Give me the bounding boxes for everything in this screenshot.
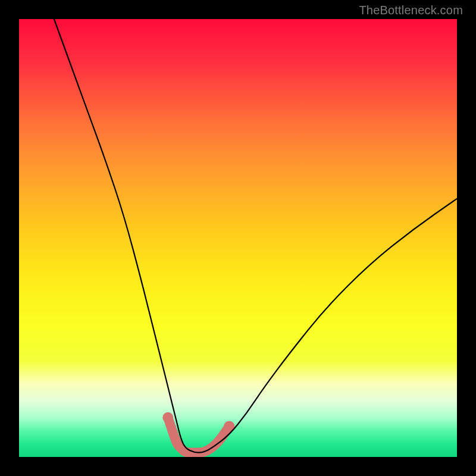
bottleneck-curve [54, 19, 457, 453]
plot-area [19, 19, 457, 457]
optimal-zone-overlay [162, 412, 234, 453]
watermark-text: TheBottleneck.com [359, 4, 463, 17]
chart-svg [19, 19, 457, 457]
svg-point-0 [162, 412, 173, 423]
chart-frame: TheBottleneck.com [0, 0, 476, 476]
